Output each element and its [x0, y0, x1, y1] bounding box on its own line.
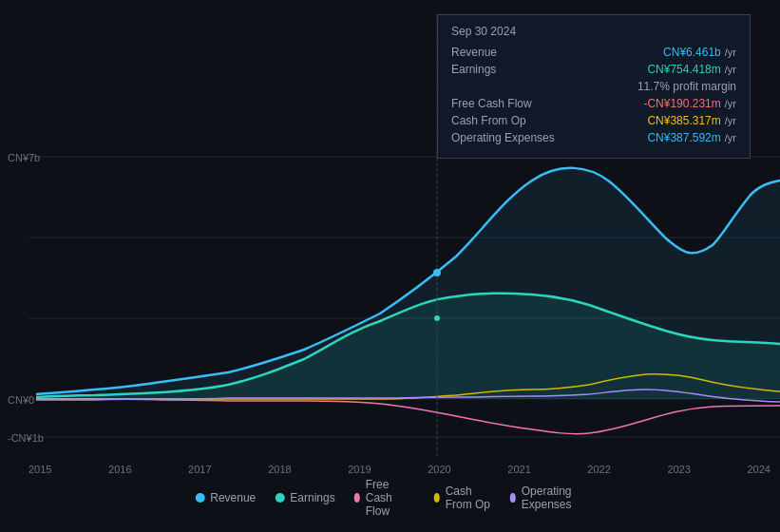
legend-fcf[interactable]: Free Cash Flow	[354, 478, 415, 518]
legend-revenue[interactable]: Revenue	[195, 491, 256, 504]
legend-earnings-label: Earnings	[290, 491, 334, 504]
legend-earnings-dot	[275, 493, 284, 503]
x-label-2022: 2022	[587, 464, 610, 475]
x-axis-labels: 2015 2016 2017 2018 2019 2020 2021 2022 …	[29, 464, 770, 475]
y-label-mid: CN¥0	[8, 394, 34, 406]
svg-point-7	[433, 269, 441, 276]
tooltip-revenue-row: Revenue CN¥6.461b/yr	[451, 46, 736, 59]
tooltip-margin-value: 11.7% profit margin	[637, 80, 736, 93]
y-label-top: CN¥7b	[8, 152, 40, 163]
tooltip-earnings-value: CN¥754.418m/yr	[647, 63, 736, 76]
tooltip-opex-value: CN¥387.592m/yr	[647, 131, 736, 144]
tooltip-date: Sep 30 2024	[451, 25, 736, 38]
tooltip-cashop-row: Cash From Op CN¥385.317m/yr	[451, 114, 736, 127]
tooltip-earnings-row: Earnings CN¥754.418m/yr	[451, 63, 736, 76]
tooltip-cashop-label: Cash From Op	[451, 114, 556, 127]
legend-fcf-dot	[354, 493, 360, 503]
tooltip-opex-label: Operating Expenses	[451, 131, 556, 144]
legend-opex-label: Operating Expenses	[522, 484, 585, 511]
tooltip-fcf-row: Free Cash Flow -CN¥190.231m/yr	[451, 97, 736, 110]
legend-revenue-label: Revenue	[210, 491, 256, 504]
tooltip-fcf-value: -CN¥190.231m/yr	[643, 97, 736, 110]
tooltip-fcf-label: Free Cash Flow	[451, 97, 556, 110]
legend-earnings[interactable]: Earnings	[275, 491, 334, 504]
tooltip-earnings-label: Earnings	[451, 63, 556, 76]
tooltip-opex-row: Operating Expenses CN¥387.592m/yr	[451, 131, 736, 144]
x-label-2015: 2015	[29, 464, 51, 475]
legend-cashop-dot	[434, 493, 440, 503]
tooltip-margin-row: 11.7% profit margin	[451, 80, 736, 93]
x-label-2017: 2017	[188, 464, 211, 475]
legend-cashop-label: Cash From Op	[446, 484, 491, 511]
x-label-2021: 2021	[507, 464, 530, 475]
x-label-2016: 2016	[108, 464, 131, 475]
svg-point-8	[434, 315, 440, 321]
tooltip-cashop-value: CN¥385.317m/yr	[647, 114, 736, 127]
legend-opex-dot	[510, 493, 516, 503]
chart-legend: Revenue Earnings Free Cash Flow Cash Fro…	[195, 478, 585, 518]
tooltip-panel: Sep 30 2024 Revenue CN¥6.461b/yr Earning…	[437, 14, 751, 159]
x-label-2020: 2020	[428, 464, 450, 475]
x-label-2024: 2024	[747, 464, 770, 475]
chart-container: CN¥7b CN¥0 -CN¥1b 2015 2016 2017 2018 20…	[0, 0, 780, 532]
x-label-2023: 2023	[667, 464, 690, 475]
tooltip-revenue-value: CN¥6.461b/yr	[663, 46, 736, 59]
legend-revenue-dot	[195, 493, 204, 503]
legend-cashop[interactable]: Cash From Op	[434, 484, 491, 511]
legend-fcf-label: Free Cash Flow	[366, 478, 415, 518]
x-label-2019: 2019	[348, 464, 371, 475]
legend-opex[interactable]: Operating Expenses	[510, 484, 585, 511]
y-label-bot: -CN¥1b	[8, 432, 44, 444]
x-label-2018: 2018	[268, 464, 291, 475]
tooltip-revenue-label: Revenue	[451, 46, 556, 59]
